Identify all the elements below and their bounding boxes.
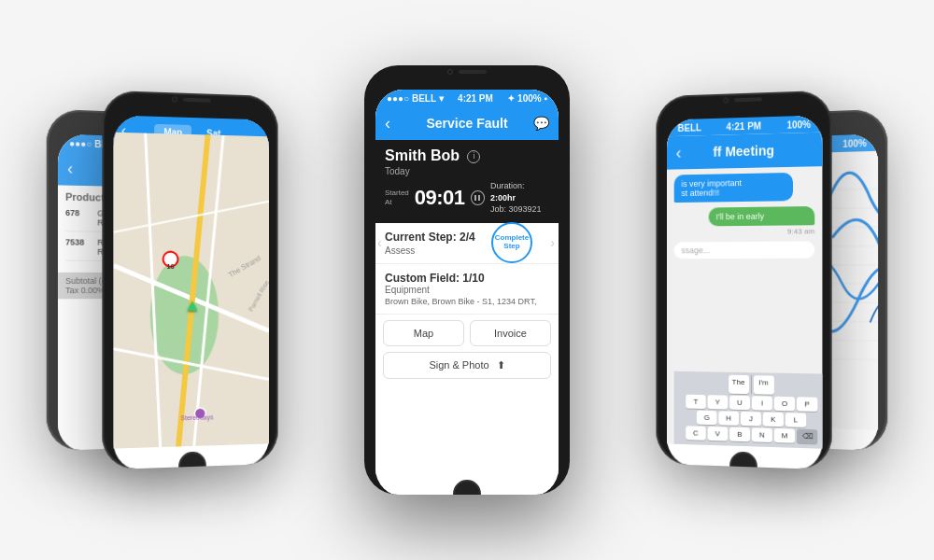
home-button-center[interactable] (453, 480, 481, 495)
camera-center (447, 69, 453, 75)
share-icon: ⬆ (497, 359, 505, 371)
camera-right1 (723, 98, 729, 104)
key-y[interactable]: Y (708, 395, 729, 409)
date-label: Today (385, 166, 549, 176)
key-h[interactable]: H (718, 411, 739, 426)
next-step-arrow[interactable]: › (550, 235, 555, 250)
action-buttons-row1: Map Invoice (383, 320, 551, 346)
sign-photo-button[interactable]: Sign & Photo ⬆ (383, 352, 551, 379)
phones-container: ●●●○ BELL 4 ‹ Office Products needed 678… (47, 19, 887, 541)
started-label: StartedAt (385, 189, 409, 206)
keyboard-row-3: C V B N M ⌫ (676, 426, 823, 444)
custom-field-sub: Equipment (385, 285, 549, 295)
key-o[interactable]: O (774, 397, 795, 412)
complete-step-button[interactable]: CompleteStep (491, 222, 532, 263)
key-j[interactable]: J (741, 412, 761, 427)
phone-map: ●●●○ BELL 4:21 PM ‹ Map Sat (102, 91, 277, 470)
speaker-center (459, 70, 487, 74)
key-p[interactable]: P (797, 397, 817, 412)
back-arrow-staff[interactable]: ‹ (676, 143, 682, 162)
chat-time: 9:43 am (674, 227, 815, 236)
speaker-left2 (183, 98, 211, 103)
carrier-right1: BELL (678, 122, 701, 133)
key-the[interactable]: The (729, 375, 749, 394)
product-code-1: 678 (65, 208, 92, 228)
map-view: The Strand Parnell Rise 16 Stereodays (114, 133, 269, 449)
nav-title-service-fault: Service Fault (426, 116, 507, 131)
nav-bar-service-fault: ‹ Service Fault 💬 (375, 106, 559, 140)
custom-field-value: Brown Bike, Brown Bike - S1, 1234 DRT, (385, 297, 549, 306)
home-button-left2[interactable] (178, 451, 206, 469)
battery-right2: 100% (842, 137, 867, 148)
key-u[interactable]: U (729, 396, 750, 410)
key-i[interactable]: I (752, 396, 772, 411)
key-t[interactable]: T (686, 395, 705, 409)
pause-icon[interactable] (471, 190, 485, 205)
camera-left2 (172, 96, 177, 102)
sign-photo-label: Sign & Photo (429, 359, 488, 371)
message-input[interactable]: ssage... (674, 241, 815, 259)
keyboard-row-suggestions: The I'm (676, 374, 823, 396)
key-n[interactable]: N (752, 427, 772, 442)
keyboard-row-1: T Y U I O P (676, 394, 823, 412)
invoice-button[interactable]: Invoice (470, 320, 551, 346)
time-right1: 4:21 PM (727, 120, 761, 132)
key-g[interactable]: G (697, 411, 716, 425)
map-button[interactable]: Map (383, 320, 464, 346)
keyboard: The I'm T Y U I O P G (674, 371, 823, 449)
custom-field-section: Custom Field: 1/10 Equipment Brown Bike,… (375, 264, 559, 315)
back-arrow-office[interactable]: ‹ (67, 159, 73, 178)
home-button-right1[interactable] (729, 452, 757, 470)
chat-bubble-1: is very importantst attend!!! (674, 173, 793, 203)
service-fault-header: Smith Bob i Today StartedAt 09:01 Durati… (375, 140, 559, 223)
map-background: The Strand Parnell Rise 16 Stereodays (114, 133, 269, 449)
phone-service-fault: ●●●○ BELL ▾ 4:21 PM ✦ 100% ▪ ‹ Service F… (364, 65, 570, 495)
custom-field-title: Custom Field: 1/10 (385, 272, 549, 285)
speaker-right1 (734, 97, 762, 102)
nav-title-staff: ff Meeting (713, 143, 773, 160)
chat-bubble-2: I'll be in early (709, 206, 815, 226)
duration-info: Duration: 2:00hr Job: 3093921 (490, 180, 549, 216)
map-svg: The Strand Parnell Rise 16 Stereodays (114, 133, 269, 449)
action-buttons-row2: Sign & Photo ⬆ (383, 352, 551, 379)
step-section: ‹ Current Step: 2/4 Assess CompleteStep … (375, 223, 559, 264)
carrier-center: ●●●○ BELL ▾ (387, 93, 444, 104)
key-v[interactable]: V (708, 427, 729, 441)
time-center: 4:21 PM (458, 93, 493, 104)
keyboard-row-2: G H J K L (676, 410, 823, 427)
nav-bar-staff: ‹ ff Meeting (667, 133, 822, 170)
key-m[interactable]: M (774, 428, 795, 443)
info-icon[interactable]: i (467, 150, 480, 163)
chat-content: is very importantst attend!!! I'll be in… (667, 166, 822, 448)
time-display: 09:01 (415, 186, 465, 210)
battery-center: ✦ 100% ▪ (507, 93, 547, 104)
bottom-buttons: Map Invoice Sign & Photo ⬆ (375, 315, 559, 390)
key-l[interactable]: L (785, 413, 806, 427)
phone-staff-meeting: BELL 4:21 PM 100% ‹ ff Meeting is very i… (656, 91, 831, 470)
key-backspace[interactable]: ⌫ (797, 429, 817, 444)
status-bar-center: ●●●○ BELL ▾ 4:21 PM ✦ 100% ▪ (375, 90, 559, 106)
key-k[interactable]: K (763, 413, 784, 427)
battery-right1: 100% (786, 119, 811, 130)
customer-name: Smith Bob (385, 147, 460, 163)
key-b[interactable]: B (729, 427, 750, 442)
svg-text:16: 16 (167, 263, 175, 270)
product-code-2: 7538 (65, 237, 92, 256)
key-c[interactable]: C (686, 426, 705, 440)
prev-step-arrow[interactable]: ‹ (377, 235, 382, 250)
time-row: StartedAt 09:01 Duration: 2:00hr Job: 30… (385, 180, 549, 216)
map-marker: ▲ (184, 296, 201, 315)
chat-icon-service-fault[interactable]: 💬 (533, 116, 549, 131)
back-arrow-service-fault[interactable]: ‹ (385, 114, 390, 133)
key-im[interactable]: I'm (753, 375, 773, 395)
